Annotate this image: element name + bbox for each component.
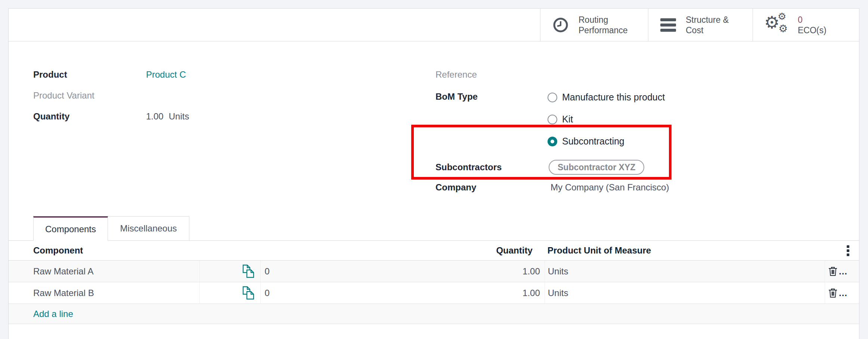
- gears-icon: ⚙⚙⚙: [765, 14, 788, 36]
- routing-performance-label: Routing Performance: [579, 15, 628, 35]
- form-sheet: Routing Performance Structure & Cost ⚙⚙⚙…: [8, 8, 859, 339]
- radio-kit-label: Kit: [562, 114, 573, 125]
- components-table: Component Quantity Product Unit of Measu…: [9, 241, 859, 324]
- radio-manufacture[interactable]: Manufacture this product: [548, 92, 665, 103]
- radio-manufacture-label: Manufacture this product: [562, 92, 665, 103]
- eco-label: 0 ECO(s): [798, 15, 827, 35]
- product-variant-label: Product Variant: [33, 90, 94, 101]
- list-icon: [660, 18, 676, 32]
- subcontractor-tag[interactable]: Subcontractor XYZ: [549, 160, 644, 175]
- optional-columns-icon[interactable]: [847, 245, 849, 256]
- radio-kit[interactable]: Kit: [548, 114, 573, 125]
- add-a-line-link[interactable]: Add a line: [9, 304, 73, 324]
- bom-type-label: BoM Type: [435, 91, 478, 102]
- uom-cell[interactable]: Units: [545, 282, 825, 304]
- table-header-row: Component Quantity Product Unit of Measu…: [9, 241, 859, 261]
- structure-cost-label: Structure & Cost: [686, 15, 729, 35]
- quantity-unit: Units: [169, 111, 189, 121]
- subcontractors-label: Subcontractors: [435, 162, 502, 173]
- uom-cell[interactable]: Units: [545, 261, 825, 282]
- col-header-quantity[interactable]: Quantity: [295, 241, 544, 260]
- component-cell[interactable]: Raw Material B: [9, 282, 199, 304]
- product-label: Product: [33, 69, 67, 80]
- copy-icon[interactable]: [242, 286, 255, 300]
- radio-subcontracting-label: Subcontracting: [562, 136, 624, 147]
- radio-circle[interactable]: [548, 115, 557, 124]
- delete-row-icon[interactable]: …: [828, 266, 848, 277]
- component-cell[interactable]: Raw Material A: [9, 261, 199, 282]
- radio-circle-selected[interactable]: [548, 137, 557, 146]
- add-line-row[interactable]: Add a line: [9, 304, 859, 324]
- quantity-value[interactable]: 1.00Units: [146, 111, 189, 122]
- structure-cost-button[interactable]: Structure & Cost: [648, 9, 753, 41]
- tab-components[interactable]: Components: [33, 216, 108, 241]
- quantity-cell[interactable]: 1.00: [295, 282, 544, 304]
- company-label: Company: [435, 182, 476, 193]
- reference-label: Reference: [435, 69, 477, 80]
- eco-button[interactable]: ⚙⚙⚙ 0 ECO(s): [753, 9, 859, 41]
- product-link[interactable]: Product C: [146, 69, 186, 80]
- badge-cell[interactable]: 0: [260, 282, 295, 304]
- delete-row-icon[interactable]: …: [828, 288, 848, 298]
- col-header-component[interactable]: Component: [9, 241, 295, 260]
- quantity-label: Quantity: [33, 111, 69, 122]
- eco-count: 0: [798, 15, 827, 25]
- company-value[interactable]: My Company (San Francisco): [551, 182, 669, 193]
- table-row[interactable]: Raw Material A 0 1.00 Units: [9, 261, 859, 282]
- badge-cell[interactable]: 0: [260, 261, 295, 282]
- col-header-uom[interactable]: Product Unit of Measure: [545, 241, 825, 260]
- tab-miscellaneous[interactable]: Miscellaneous: [108, 216, 189, 241]
- notebook-tabs: Components Miscellaneous: [9, 216, 859, 241]
- routing-performance-button[interactable]: Routing Performance: [540, 9, 648, 41]
- quantity-cell[interactable]: 1.00: [295, 261, 544, 282]
- table-row[interactable]: Raw Material B 0 1.00 Units: [9, 282, 859, 304]
- copy-icon[interactable]: [242, 264, 255, 279]
- statusbar: Routing Performance Structure & Cost ⚙⚙⚙…: [9, 9, 859, 41]
- radio-circle[interactable]: [548, 93, 557, 102]
- clock-icon: [552, 17, 569, 33]
- radio-subcontracting[interactable]: Subcontracting: [548, 136, 624, 147]
